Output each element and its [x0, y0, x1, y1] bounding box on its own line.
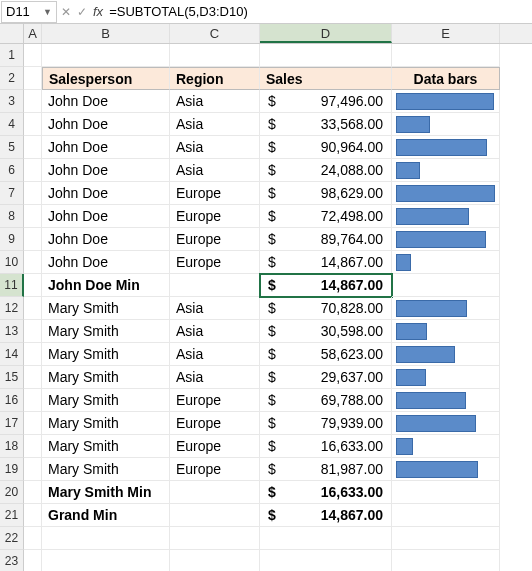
sales-cell[interactable]: $81,987.00: [260, 458, 392, 481]
select-all-corner[interactable]: [0, 24, 24, 43]
cell[interactable]: [170, 550, 260, 571]
col-header-d[interactable]: D: [260, 24, 392, 43]
databar-cell[interactable]: [392, 136, 500, 159]
sales-cell[interactable]: $14,867.00: [260, 251, 392, 274]
region-cell[interactable]: [170, 274, 260, 297]
row-header[interactable]: 14: [0, 343, 24, 366]
header-sales[interactable]: Sales: [260, 67, 392, 90]
region-cell[interactable]: Asia: [170, 159, 260, 182]
region-cell[interactable]: [170, 481, 260, 504]
region-cell[interactable]: Europe: [170, 251, 260, 274]
sales-cell[interactable]: $30,598.00: [260, 320, 392, 343]
cell[interactable]: [392, 527, 500, 550]
cancel-icon[interactable]: ✕: [61, 5, 71, 19]
row-header[interactable]: 2: [0, 67, 24, 90]
cell[interactable]: [42, 550, 170, 571]
databar-cell[interactable]: [392, 274, 500, 297]
salesperson-cell[interactable]: John Doe Min: [42, 274, 170, 297]
sales-cell[interactable]: $16,633.00: [260, 481, 392, 504]
cell[interactable]: [24, 159, 42, 182]
salesperson-cell[interactable]: Mary Smith: [42, 320, 170, 343]
row-header[interactable]: 11: [0, 274, 24, 297]
databar-cell[interactable]: [392, 366, 500, 389]
region-cell[interactable]: Europe: [170, 435, 260, 458]
col-header-a[interactable]: A: [24, 24, 42, 43]
region-cell[interactable]: Asia: [170, 343, 260, 366]
cell[interactable]: [24, 136, 42, 159]
salesperson-cell[interactable]: John Doe: [42, 251, 170, 274]
header-salesperson[interactable]: Salesperson: [42, 67, 170, 90]
databar-cell[interactable]: [392, 481, 500, 504]
databar-cell[interactable]: [392, 504, 500, 527]
salesperson-cell[interactable]: Mary Smith Min: [42, 481, 170, 504]
sales-cell[interactable]: $98,629.00: [260, 182, 392, 205]
row-header[interactable]: 19: [0, 458, 24, 481]
cell[interactable]: [24, 297, 42, 320]
databar-cell[interactable]: [392, 320, 500, 343]
cell[interactable]: [24, 90, 42, 113]
region-cell[interactable]: Europe: [170, 228, 260, 251]
row-header[interactable]: 10: [0, 251, 24, 274]
salesperson-cell[interactable]: John Doe: [42, 205, 170, 228]
databar-cell[interactable]: [392, 205, 500, 228]
sales-cell[interactable]: $89,764.00: [260, 228, 392, 251]
region-cell[interactable]: Europe: [170, 389, 260, 412]
cell[interactable]: [24, 113, 42, 136]
sales-cell[interactable]: $14,867.00: [260, 274, 392, 297]
row-header[interactable]: 8: [0, 205, 24, 228]
cell[interactable]: [42, 44, 170, 67]
sales-cell[interactable]: $79,939.00: [260, 412, 392, 435]
row-header[interactable]: 12: [0, 297, 24, 320]
row-header[interactable]: 16: [0, 389, 24, 412]
databar-cell[interactable]: [392, 113, 500, 136]
salesperson-cell[interactable]: John Doe: [42, 182, 170, 205]
databar-cell[interactable]: [392, 182, 500, 205]
row-header[interactable]: 5: [0, 136, 24, 159]
header-databars[interactable]: Data bars: [392, 67, 500, 90]
cell[interactable]: [24, 527, 42, 550]
sales-cell[interactable]: $58,623.00: [260, 343, 392, 366]
salesperson-cell[interactable]: John Doe: [42, 159, 170, 182]
sales-cell[interactable]: $97,496.00: [260, 90, 392, 113]
salesperson-cell[interactable]: Mary Smith: [42, 458, 170, 481]
sales-cell[interactable]: $24,088.00: [260, 159, 392, 182]
databar-cell[interactable]: [392, 412, 500, 435]
salesperson-cell[interactable]: Mary Smith: [42, 412, 170, 435]
sales-cell[interactable]: $90,964.00: [260, 136, 392, 159]
region-cell[interactable]: Asia: [170, 136, 260, 159]
region-cell[interactable]: [170, 504, 260, 527]
cell[interactable]: [170, 44, 260, 67]
row-header[interactable]: 6: [0, 159, 24, 182]
salesperson-cell[interactable]: John Doe: [42, 228, 170, 251]
row-header[interactable]: 7: [0, 182, 24, 205]
cell[interactable]: [24, 274, 42, 297]
header-region[interactable]: Region: [170, 67, 260, 90]
cell[interactable]: [170, 527, 260, 550]
databar-cell[interactable]: [392, 159, 500, 182]
sales-cell[interactable]: $70,828.00: [260, 297, 392, 320]
name-box[interactable]: D11 ▼: [1, 1, 57, 23]
salesperson-cell[interactable]: John Doe: [42, 136, 170, 159]
check-icon[interactable]: ✓: [77, 5, 87, 19]
sales-cell[interactable]: $69,788.00: [260, 389, 392, 412]
cell[interactable]: [24, 366, 42, 389]
cell[interactable]: [24, 389, 42, 412]
salesperson-cell[interactable]: Mary Smith: [42, 389, 170, 412]
databar-cell[interactable]: [392, 90, 500, 113]
region-cell[interactable]: Asia: [170, 90, 260, 113]
salesperson-cell[interactable]: Mary Smith: [42, 435, 170, 458]
cell[interactable]: [24, 550, 42, 571]
cell[interactable]: [24, 481, 42, 504]
row-header[interactable]: 9: [0, 228, 24, 251]
cell[interactable]: [24, 412, 42, 435]
cell[interactable]: [42, 527, 170, 550]
row-header[interactable]: 22: [0, 527, 24, 550]
cell[interactable]: [24, 458, 42, 481]
cell[interactable]: [24, 67, 42, 90]
region-cell[interactable]: Asia: [170, 113, 260, 136]
region-cell[interactable]: Asia: [170, 297, 260, 320]
chevron-down-icon[interactable]: ▼: [43, 7, 52, 17]
row-header[interactable]: 1: [0, 44, 24, 67]
databar-cell[interactable]: [392, 297, 500, 320]
cell[interactable]: [260, 527, 392, 550]
